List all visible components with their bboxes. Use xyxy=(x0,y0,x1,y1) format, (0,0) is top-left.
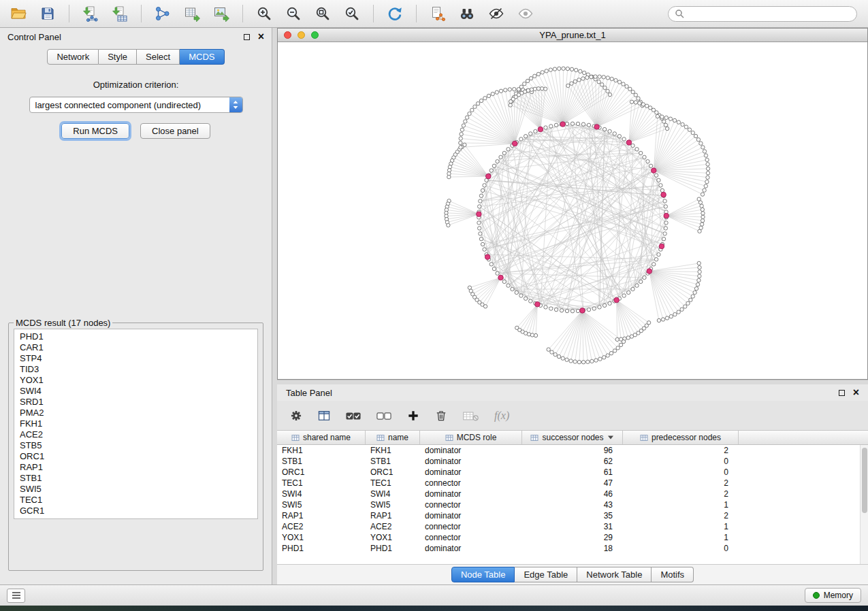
result-item[interactable]: STB1 xyxy=(14,473,257,484)
import-network-button[interactable] xyxy=(79,3,102,24)
tab-network-table[interactable]: Network Table xyxy=(577,567,652,582)
vizmapper-eye-button[interactable] xyxy=(485,3,508,24)
export-network-button[interactable] xyxy=(151,3,174,24)
zoom-in-icon xyxy=(256,5,272,22)
tab-select[interactable]: Select xyxy=(137,49,180,65)
table-row[interactable]: SWI4SWI4dominator462 xyxy=(277,489,868,499)
table-row[interactable]: STB1STB1dominator620 xyxy=(277,456,868,467)
result-item[interactable]: YOX1 xyxy=(14,375,257,386)
export-table-button[interactable] xyxy=(180,3,204,24)
scrollbar-thumb[interactable] xyxy=(862,448,867,513)
close-panel-button[interactable]: Close panel xyxy=(140,123,210,139)
columns-icon xyxy=(317,409,331,423)
result-item[interactable]: RAP1 xyxy=(14,462,257,473)
run-mcds-button[interactable]: Run MCDS xyxy=(61,123,129,139)
table-row[interactable]: ORC1ORC1dominator610 xyxy=(277,467,868,478)
zoom-in-button[interactable] xyxy=(253,3,276,24)
result-item[interactable]: CAR1 xyxy=(14,342,257,353)
clipboard-share-button[interactable] xyxy=(426,3,449,24)
memory-button[interactable]: Memory xyxy=(805,588,861,603)
column-header-successor-nodes[interactable]: successor nodes xyxy=(522,431,623,444)
gear-button[interactable] xyxy=(289,409,303,423)
column-label: name xyxy=(388,433,408,442)
memory-status-dot xyxy=(813,592,820,599)
open-folder-button[interactable] xyxy=(7,3,30,24)
columns-button[interactable] xyxy=(317,409,331,423)
table-row[interactable]: SWI5SWI5connector431 xyxy=(277,499,868,510)
cell-mcds-role: connector xyxy=(420,533,522,542)
result-item[interactable]: STB5 xyxy=(14,440,257,451)
float-table-panel-icon[interactable] xyxy=(839,390,845,396)
result-item[interactable]: SRD1 xyxy=(14,397,257,408)
column-header-shared-name[interactable]: shared name xyxy=(277,431,366,444)
cell-mcds-role: dominator xyxy=(420,489,522,499)
table-row[interactable]: TEC1TEC1connector472 xyxy=(277,478,868,489)
search-network-button[interactable] xyxy=(455,3,479,24)
select-all-button[interactable] xyxy=(345,408,361,423)
result-item[interactable]: GCR1 xyxy=(14,506,257,516)
network-canvas[interactable] xyxy=(278,42,867,379)
status-menu-button[interactable] xyxy=(7,589,25,603)
table-scrollbar[interactable] xyxy=(860,445,868,564)
zoom-selected-button[interactable] xyxy=(340,3,364,24)
table-row[interactable]: PHD1PHD1dominator180 xyxy=(277,543,868,554)
show-graphics-details-button[interactable] xyxy=(514,3,537,24)
column-header-predecessor-nodes[interactable]: predecessor nodes xyxy=(623,431,739,444)
search-box[interactable] xyxy=(668,6,857,22)
column-header-mcds-role[interactable]: MCDS role xyxy=(420,431,522,444)
add-button[interactable] xyxy=(406,409,420,423)
table-column-icon xyxy=(376,434,385,442)
export-image-button[interactable] xyxy=(210,3,233,24)
close-table-panel-icon[interactable]: × xyxy=(853,387,859,398)
optimization-criterion-select[interactable]: largest connected component (undirected) xyxy=(29,97,243,113)
tab-mcds[interactable]: MCDS xyxy=(180,49,224,65)
refresh-button[interactable] xyxy=(383,3,406,24)
float-panel-icon[interactable] xyxy=(244,34,250,40)
result-item[interactable]: SWI5 xyxy=(14,484,257,495)
network-titlebar[interactable]: YPA_prune.txt_1 xyxy=(278,29,867,42)
delete-button[interactable] xyxy=(434,409,448,423)
cell-name: YOX1 xyxy=(366,533,420,542)
table-row[interactable]: YOX1YOX1connector291 xyxy=(277,532,868,543)
table-row[interactable]: RAP1RAP1dominator352 xyxy=(277,510,868,521)
vertical-splitter[interactable] xyxy=(272,28,277,584)
tab-network[interactable]: Network xyxy=(47,49,99,65)
deselect-all-button[interactable] xyxy=(376,408,392,423)
result-item[interactable]: SWI4 xyxy=(14,386,257,397)
table-column-icon xyxy=(530,434,539,442)
tab-node-table[interactable]: Node Table xyxy=(451,567,515,582)
search-input[interactable] xyxy=(688,8,850,19)
result-item[interactable]: TID3 xyxy=(14,364,257,375)
result-item[interactable]: TEC1 xyxy=(14,495,257,506)
tab-edge-table[interactable]: Edge Table xyxy=(515,567,577,582)
maximize-window-icon[interactable] xyxy=(311,31,319,39)
tab-style[interactable]: Style xyxy=(99,49,137,65)
save-button[interactable] xyxy=(36,3,59,24)
table-row[interactable]: ACE2ACE2connector311 xyxy=(277,521,868,532)
zoom-fit-button[interactable] xyxy=(311,3,334,24)
table-disabled-button[interactable] xyxy=(462,409,480,423)
cell-name: SWI4 xyxy=(366,489,420,499)
mcds-result-list[interactable]: PHD1CAR1STP4TID3YOX1SWI4SRD1PMA2FKH1ACE2… xyxy=(14,329,258,519)
result-item[interactable]: STP4 xyxy=(14,353,257,364)
cell-predecessor-nodes: 1 xyxy=(623,500,739,510)
zoom-selected-icon xyxy=(344,5,360,22)
tab-motifs[interactable]: Motifs xyxy=(652,567,694,582)
close-panel-icon[interactable]: × xyxy=(258,31,264,42)
application-window: Control Panel × NetworkStyleSelectMCDS O… xyxy=(0,0,868,606)
result-item[interactable]: ACE2 xyxy=(14,429,257,440)
result-item[interactable]: FKH1 xyxy=(14,418,257,429)
minimize-window-icon[interactable] xyxy=(298,31,305,39)
import-table-button[interactable] xyxy=(108,3,131,24)
result-item[interactable]: PHD1 xyxy=(14,331,257,342)
close-window-icon[interactable] xyxy=(284,31,291,39)
result-item[interactable]: PMA2 xyxy=(14,408,257,418)
window-controls xyxy=(284,31,319,39)
cell-name: STB1 xyxy=(366,457,420,466)
select-all-icon xyxy=(345,408,361,423)
table-row[interactable]: FKH1FKH1dominator962 xyxy=(277,445,868,456)
horizontal-splitter[interactable] xyxy=(277,380,868,384)
zoom-out-button[interactable] xyxy=(282,3,305,24)
column-header-name[interactable]: name xyxy=(366,431,420,444)
result-item[interactable]: ORC1 xyxy=(14,451,257,462)
